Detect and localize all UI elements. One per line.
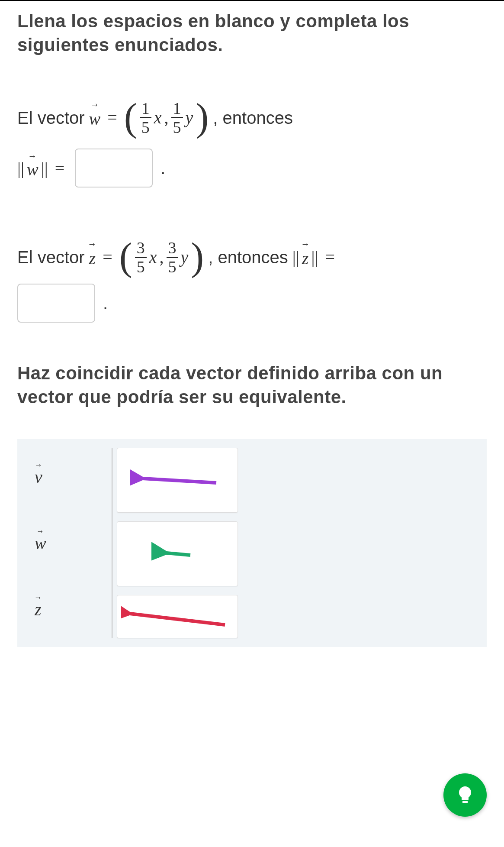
left-paren: (: [119, 243, 132, 270]
fraction-3-5-a: 3 5: [135, 239, 147, 275]
arrow-card-red[interactable]: [117, 595, 238, 638]
instruction-2: Haz coincidir cada vector definido arrib…: [17, 362, 487, 409]
label-v: v: [26, 467, 94, 487]
labels-column: v w z: [26, 448, 112, 638]
text-el-vector: El vector: [17, 104, 85, 132]
problem-z-definition: El vector z = ( 3 5 x , 3 5 y ) , entonc…: [17, 239, 487, 275]
right-paren: ): [196, 103, 209, 131]
svg-line-0: [143, 478, 216, 483]
vector-w-symbol: w: [89, 103, 101, 133]
equals-sign: =: [103, 243, 112, 271]
norm-z-line: .: [17, 284, 487, 323]
var-x: x: [149, 243, 157, 271]
equals-sign: =: [107, 104, 117, 132]
input-norm-w[interactable]: [75, 149, 153, 188]
arrow-card-purple[interactable]: [117, 448, 238, 513]
lightbulb-icon: [455, 785, 475, 805]
text-entonces: , entonces: [213, 104, 293, 132]
instruction-1: Llena los espacios en blanco y completa …: [17, 10, 487, 57]
fraction-1-5-b: 1 5: [171, 100, 183, 136]
var-x: x: [154, 104, 162, 132]
norm-z-expression: || z || =: [292, 242, 339, 272]
matching-area: v w z: [17, 439, 487, 647]
norm-w-expression: || w || =: [17, 157, 69, 180]
left-paren: (: [124, 103, 137, 131]
var-y: y: [186, 104, 193, 132]
fraction-1-5-a: 1 5: [140, 100, 151, 136]
arrow-card-green[interactable]: [117, 521, 238, 586]
var-y: y: [181, 243, 189, 271]
input-norm-z[interactable]: [17, 284, 95, 323]
text-el-vector-z: El vector: [17, 243, 85, 271]
fraction-3-5-b: 3 5: [167, 239, 178, 275]
comma: ,: [160, 243, 164, 271]
svg-rect-3: [462, 801, 468, 802]
vector-z-symbol: z: [89, 242, 96, 272]
label-z: z: [26, 599, 94, 620]
problem-w-definition: El vector w = ( 1 5 x , 1 5 y ) , entonc…: [17, 100, 487, 136]
norm-w-line: || w || = .: [17, 149, 487, 188]
hint-button[interactable]: [443, 773, 487, 817]
period: .: [161, 158, 165, 178]
arrow-purple-icon: [130, 467, 225, 493]
svg-line-2: [130, 614, 225, 625]
arrow-green-icon: [151, 541, 203, 567]
arrow-red-icon: [121, 604, 234, 634]
arrows-column: [112, 448, 478, 638]
comma: ,: [164, 104, 169, 132]
svg-line-1: [167, 553, 190, 555]
text-entonces-z: , entonces: [208, 243, 288, 271]
period: .: [103, 294, 108, 313]
label-w: w: [26, 533, 94, 553]
right-paren: ): [191, 243, 204, 270]
